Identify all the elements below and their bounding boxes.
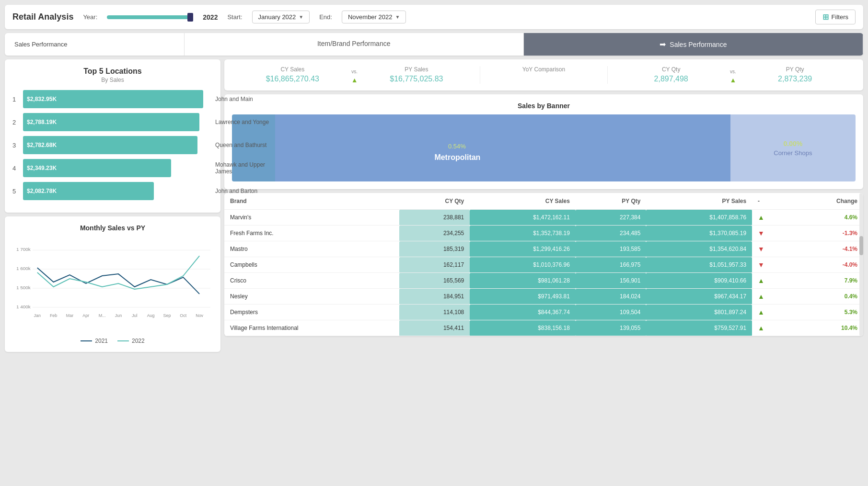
svg-text:Apr: Apr <box>82 313 89 318</box>
chevron-down-icon: ▼ <box>395 14 400 20</box>
bar-location-name: Queen and Bathurst <box>215 142 270 148</box>
monthly-chart-card: Monthly Sales vs PY 1 700k 1 600k 1 500k… <box>5 216 220 352</box>
scrollbar-track[interactable] <box>859 193 863 336</box>
change-value: -1.3% <box>792 226 863 241</box>
filters-button[interactable]: ⊞ Filters <box>815 10 856 24</box>
col-brand: Brand <box>224 193 399 210</box>
bar-location-name: John and Main <box>215 96 270 102</box>
change-value: 5.3% <box>792 305 863 320</box>
cy-qty: 238,881 <box>399 210 470 226</box>
table-row: Marvin's 238,881 $1,472,162.11 227,384 $… <box>224 210 863 226</box>
table-row: Crisco 165,569 $981,061.28 156,901 $909,… <box>224 273 863 289</box>
bar-rank: 5 <box>12 188 19 195</box>
svg-text:1 500k: 1 500k <box>16 285 31 290</box>
start-dropdown[interactable]: January 2022 ▼ <box>252 11 310 23</box>
arrow-down-icon: ▼ <box>758 261 764 269</box>
kpi-py-qty: PY Qty 2,873,239 <box>736 66 854 83</box>
year-value: 2022 <box>203 13 218 21</box>
py-sales: $1,407,858.76 <box>646 210 752 226</box>
col-arrow: - <box>752 193 792 210</box>
end-dropdown[interactable]: November 2022 ▼ <box>342 11 406 23</box>
brand-name: Marvin's <box>224 210 399 226</box>
py-qty: 156,901 <box>576 273 647 289</box>
year-slider[interactable] <box>107 15 193 19</box>
change-value: 4.6% <box>792 210 863 226</box>
arrow-up-icon: ▲ <box>758 308 764 316</box>
top5-subtitle: By Sales <box>12 77 213 83</box>
arrow-down-icon: ▼ <box>758 245 764 253</box>
tab-sales-performance-active[interactable]: ➡ Sales Performance <box>524 33 863 56</box>
bar-location-name: Lawrence and Yonge <box>215 119 270 125</box>
bar: $2,782.68K <box>23 136 197 154</box>
cy-sales: $1,472,162.11 <box>470 210 576 226</box>
bar-row-3: 3 $2,782.68K Queen and Bathurst <box>12 136 213 154</box>
py-sales: $1,354,620.84 <box>646 241 752 257</box>
table-header-row: Brand CY Qty CY Sales PY Qty PY Sales - … <box>224 193 863 210</box>
bar-row-5: 5 $2,082.78K John and Barton <box>12 182 213 200</box>
col-py-sales: PY Sales <box>646 193 752 210</box>
top5-title: Top 5 Locations <box>12 67 213 76</box>
monthly-chart-svg: 1 700k 1 600k 1 500k 1 400k Jan Feb Mar … <box>12 237 213 332</box>
cy-sales: $838,156.18 <box>470 320 576 336</box>
bar-value: $2,349.23K <box>27 165 57 171</box>
change-value: 7.9% <box>792 273 863 289</box>
cy-qty: 184,951 <box>399 289 470 305</box>
col-cy-qty: CY Qty <box>399 193 470 210</box>
corner-label: Corner Shops <box>774 149 812 157</box>
svg-text:Oct: Oct <box>180 313 186 318</box>
direction-arrow: ▲ <box>752 273 792 289</box>
cy-qty: 114,108 <box>399 305 470 320</box>
col-cy-sales: CY Sales <box>470 193 576 210</box>
svg-text:1 600k: 1 600k <box>16 266 31 271</box>
table-row: Mastro 185,319 $1,299,416.26 193,585 $1,… <box>224 241 863 257</box>
svg-text:Nov: Nov <box>196 313 203 318</box>
py-qty: 193,585 <box>576 241 647 257</box>
col-change: Change <box>792 193 863 210</box>
tab-sales-performance-left[interactable]: Sales Performance <box>5 33 185 56</box>
table-row: Fresh Farms Inc. 234,255 $1,352,738.19 2… <box>224 226 863 241</box>
top5-bars: 1 $2,832.95K John and Main 2 $2,788.19K … <box>12 90 213 200</box>
svg-text:Jun: Jun <box>115 313 122 318</box>
py-qty: 109,504 <box>576 305 647 320</box>
py-sales: $967,434.17 <box>646 289 752 305</box>
change-value: -4.0% <box>792 257 863 273</box>
metro-label: Metropolitan <box>434 153 480 162</box>
py-sales: $909,410.66 <box>646 273 752 289</box>
py-sales: $1,051,957.33 <box>646 257 752 273</box>
kpi-cy-qty: CY Qty 2,897,498 <box>613 66 730 83</box>
py-sales: $801,897.24 <box>646 305 752 320</box>
direction-arrow: ▲ <box>752 320 792 336</box>
kpi-yoy: YoY Comparison <box>485 66 602 75</box>
change-value: 10.4% <box>792 320 863 336</box>
scrollbar-thumb[interactable] <box>859 236 863 255</box>
banner-chart: 0.54% Metropolitan 0.00% Corner Shops <box>232 114 856 181</box>
arrow-up-icon: ▲ <box>758 324 764 332</box>
bar-value: $2,832.95K <box>27 96 57 102</box>
svg-text:1 400k: 1 400k <box>16 304 31 309</box>
bar-row-4: 4 $2,349.23K Mohawk and Upper James <box>12 159 213 177</box>
svg-text:M...: M... <box>99 313 106 318</box>
brand-name: Nesley <box>224 289 399 305</box>
cy-sales: $1,299,416.26 <box>470 241 576 257</box>
top5-card: Top 5 Locations By Sales 1 $2,832.95K Jo… <box>5 59 220 213</box>
tab-item-brand-performance[interactable]: Item/Brand Performance <box>185 33 524 56</box>
direction-arrow: ▲ <box>752 210 792 226</box>
svg-text:Feb: Feb <box>50 313 57 318</box>
bar-rank: 2 <box>12 119 19 126</box>
bar-wrap: $2,082.78K John and Barton <box>23 182 213 200</box>
cy-qty: 234,255 <box>399 226 470 241</box>
svg-text:Aug: Aug <box>147 313 155 318</box>
py-qty: 234,485 <box>576 226 647 241</box>
year-label: Year: <box>83 13 97 21</box>
bar-value: $2,082.78K <box>27 188 57 194</box>
banner-corner: 0.00% Corner Shops <box>730 114 856 181</box>
circle-arrow-icon: ➡ <box>660 40 666 49</box>
direction-arrow: ▼ <box>752 241 792 257</box>
change-value: 0.4% <box>792 289 863 305</box>
cy-qty: 162,117 <box>399 257 470 273</box>
bar-wrap: $2,782.68K Queen and Bathurst <box>23 136 213 154</box>
bar-row-1: 1 $2,832.95K John and Main <box>12 90 213 108</box>
kpi-vs-2: vs. ▲ <box>729 66 736 84</box>
svg-text:1 700k: 1 700k <box>16 247 31 252</box>
py-sales: $759,527.91 <box>646 320 752 336</box>
